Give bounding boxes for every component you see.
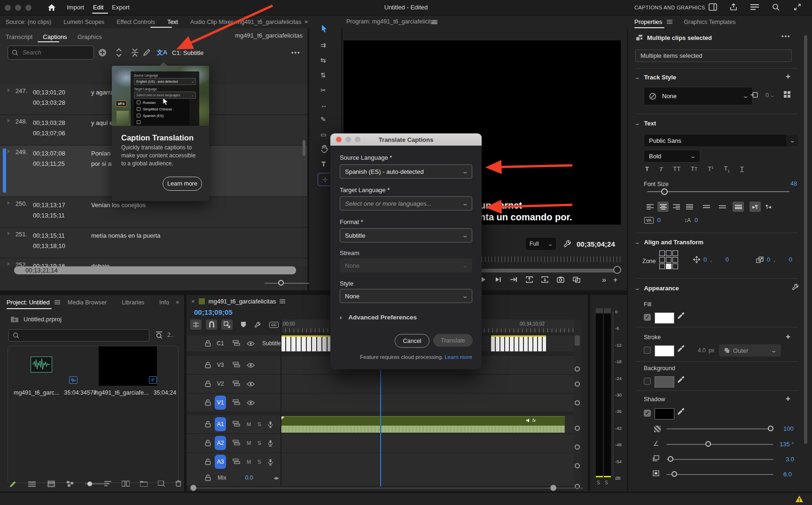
- shadow-blur-value[interactable]: 6.0: [783, 471, 792, 478]
- footer-learn-more-link[interactable]: Learn more: [445, 354, 472, 360]
- caption-expand-icon[interactable]: [8, 262, 10, 266]
- comparison-view-icon[interactable]: [573, 276, 580, 283]
- timeline-scroll-knob-right[interactable]: [550, 485, 556, 491]
- translate-captions-icon[interactable]: 文A: [156, 48, 168, 57]
- font-size-slider[interactable]: [647, 191, 789, 192]
- lift-icon[interactable]: [526, 276, 533, 283]
- learn-more-button[interactable]: Learn more: [163, 177, 202, 191]
- shadow-opacity-knob[interactable]: [768, 426, 773, 431]
- dock-tab[interactable]: Effect Controls: [117, 19, 155, 25]
- track-solo-button[interactable]: S: [258, 421, 261, 427]
- scale-h-value[interactable]: 0: [789, 256, 792, 263]
- audio-clip-thumbnail[interactable]: [31, 357, 52, 373]
- new-item-icon[interactable]: [158, 481, 165, 487]
- collapse-appearance-icon[interactable]: ⌄: [634, 286, 640, 291]
- format-select[interactable]: Subtitle⌄: [340, 228, 472, 242]
- track-lock-icon[interactable]: [205, 421, 211, 427]
- caption-in-timecode[interactable]: 00;13;07;08: [33, 148, 78, 159]
- caption-out-timecode[interactable]: 00;13;15;11: [33, 210, 78, 221]
- track-mute-button[interactable]: M: [247, 459, 251, 465]
- automate-to-sequence-icon[interactable]: [122, 481, 130, 487]
- subscript-icon[interactable]: T1: [724, 165, 730, 173]
- freeform-view-icon[interactable]: [67, 481, 74, 487]
- caption-in-timecode[interactable]: 00;13;15;11: [33, 231, 78, 241]
- track-mute-button[interactable]: M: [247, 440, 251, 446]
- track-lock-icon[interactable]: [205, 474, 211, 481]
- caption-row[interactable]: 251. 00;13;15;11 00;13;18;10 metía nomás…: [0, 228, 307, 258]
- icon-view-icon[interactable]: [47, 480, 55, 488]
- workspaces-menu-icon[interactable]: [750, 3, 759, 11]
- caption-out-timecode[interactable]: 00;13;11;25: [33, 159, 78, 169]
- caption-row[interactable]: 252. 00;13;19;16 00;13;21;14 debajo: [0, 258, 307, 266]
- menu-edit[interactable]: Edit: [93, 4, 103, 11]
- font-family-select[interactable]: Public Sans ⌄: [644, 134, 799, 147]
- underline-icon[interactable]: T: [740, 165, 744, 172]
- writable-pencil-icon[interactable]: [9, 480, 17, 488]
- tab-info[interactable]: Info: [159, 299, 169, 306]
- close-window-button[interactable]: [5, 5, 11, 11]
- bottom-align-icon[interactable]: [733, 202, 744, 212]
- zoom-window-button[interactable]: [25, 5, 31, 11]
- project-bin-view[interactable]: mg491_t6_garc... 35:04:34577 mg491_t6_ga…: [8, 346, 179, 483]
- project-tab-overflow-icon[interactable]: »: [176, 299, 179, 305]
- project-breadcrumb[interactable]: Untitled.prproj: [23, 316, 62, 323]
- font-size-value[interactable]: 48: [790, 180, 797, 187]
- linked-selection-icon[interactable]: [221, 319, 233, 330]
- caption-list-vscrollbar[interactable]: [303, 140, 305, 156]
- shadow-blur-knob[interactable]: [671, 471, 677, 477]
- share-icon[interactable]: [729, 3, 738, 11]
- caption-out-timecode[interactable]: 00;13;18;10: [33, 241, 78, 251]
- caption-search-box[interactable]: [8, 46, 94, 60]
- dialog-titlebar[interactable]: Translate Captions: [330, 133, 482, 146]
- snap-magnet-icon[interactable]: [206, 319, 217, 330]
- project-panel-menu-icon[interactable]: [55, 300, 60, 304]
- superscript-icon[interactable]: T1: [708, 165, 713, 172]
- track-mic-icon[interactable]: [268, 458, 273, 466]
- program-settings-wrench-icon[interactable]: [563, 240, 572, 248]
- caption-expand-icon[interactable]: [8, 232, 10, 235]
- shadow-eyedropper-icon[interactable]: [677, 408, 684, 415]
- transport-overflow-icon[interactable]: »: [602, 276, 606, 284]
- shadow-angle-slider[interactable]: [666, 444, 773, 445]
- caption-in-timecode[interactable]: 00;13;13;17: [33, 200, 78, 210]
- timeline-settings-wrench-icon[interactable]: [254, 321, 261, 328]
- rolling-edit-tool-icon[interactable]: ⇅: [320, 71, 326, 79]
- properties-more-icon[interactable]: •••: [781, 32, 791, 39]
- add-button-icon[interactable]: +: [613, 276, 617, 284]
- caption-clip-group[interactable]: [281, 335, 335, 351]
- collapse-track-style-icon[interactable]: ⌄: [634, 75, 640, 80]
- add-stroke-icon[interactable]: +: [786, 332, 790, 342]
- shadow-distance-knob[interactable]: [668, 456, 673, 462]
- new-bin-icon[interactable]: [140, 481, 148, 487]
- track-lock-icon[interactable]: [205, 362, 211, 368]
- add-track-style-icon[interactable]: +: [786, 72, 790, 81]
- appearance-wrench-icon[interactable]: [792, 283, 799, 291]
- track-sync-icon[interactable]: [233, 421, 240, 428]
- minimize-window-button[interactable]: [15, 5, 21, 11]
- tab-overflow-icon[interactable]: »: [304, 18, 308, 25]
- target-language-select[interactable]: Select one or more languages...⌄: [340, 196, 472, 210]
- extract-icon[interactable]: [541, 276, 548, 283]
- shadow-angle-knob[interactable]: [705, 441, 711, 447]
- track-solo-button[interactable]: S: [258, 459, 261, 465]
- panel-layout-icon[interactable]: [709, 3, 717, 11]
- workspace-label[interactable]: CAPTIONS AND GRAPHICS: [634, 5, 705, 10]
- split-caption-icon[interactable]: [115, 47, 123, 58]
- slip-tool-icon[interactable]: ↔: [320, 101, 327, 109]
- playhead-timecode[interactable]: 00;13;09;05: [194, 308, 233, 316]
- tab-properties[interactable]: Properties: [634, 18, 662, 25]
- mix-volume-value[interactable]: 0.0: [245, 474, 253, 481]
- translate-button[interactable]: Translate: [433, 334, 473, 347]
- mix-fader-icon[interactable]: ◂▸: [273, 475, 279, 481]
- track-lock-icon[interactable]: [205, 399, 211, 406]
- rtl-direction-icon[interactable]: ¶◂: [763, 202, 774, 212]
- fill-checkbox[interactable]: ✓: [644, 314, 651, 321]
- program-zoom-select[interactable]: Full⌄: [526, 238, 556, 250]
- caption-in-timecode[interactable]: 00;13;01;20: [33, 87, 78, 98]
- tab-project[interactable]: Project: Untitled: [7, 299, 50, 306]
- add-caption-icon[interactable]: [98, 48, 107, 57]
- add-marker-icon[interactable]: [241, 321, 246, 328]
- project-search-box[interactable]: [8, 329, 149, 342]
- ripple-edit-tool-icon[interactable]: ⇆: [320, 56, 326, 64]
- caption-in-timecode[interactable]: 00;13;03;28: [33, 118, 78, 128]
